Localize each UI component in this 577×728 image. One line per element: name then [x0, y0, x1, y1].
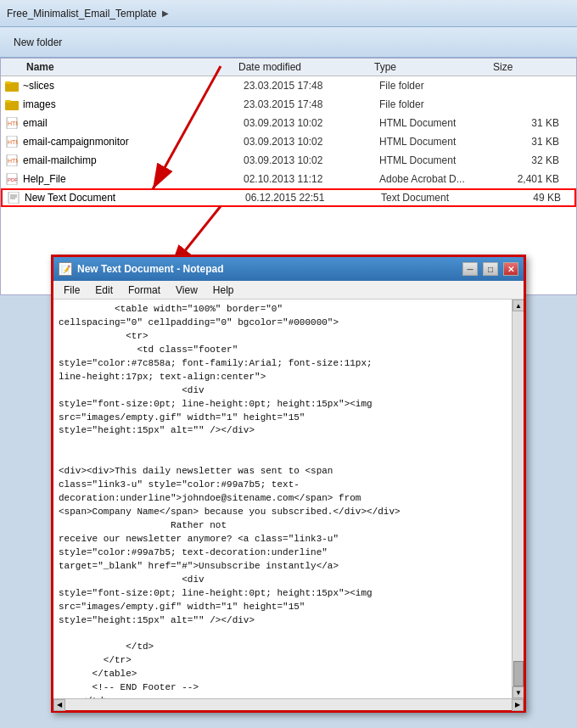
file-type: File folder — [379, 98, 498, 110]
hscroll-left[interactable]: ◀ — [53, 699, 65, 711]
notepad-titlebar: 📝 New Text Document - Notepad ─ □ ✕ — [53, 257, 524, 281]
table-row[interactable]: ~slices23.03.2015 17:48File folder — [1, 76, 576, 95]
table-row[interactable]: HTMLemail-mailchimp03.09.2013 10:02HTML … — [1, 151, 576, 170]
file-type: HTML Document — [379, 154, 498, 166]
svg-text:HTML: HTML — [8, 120, 18, 126]
menu-view[interactable]: View — [169, 283, 204, 298]
col-header-type[interactable]: Type — [374, 61, 493, 73]
svg-text:HTML: HTML — [8, 158, 18, 164]
hscroll-track — [65, 699, 512, 710]
file-name: email — [23, 117, 244, 129]
file-icon: HTML — [4, 154, 20, 167]
file-icon: HTML — [4, 135, 20, 148]
svg-rect-1 — [5, 81, 11, 84]
file-type: Text Document — [381, 192, 500, 204]
scroll-track — [513, 311, 524, 686]
file-name: ~slices — [23, 80, 244, 92]
file-name: Help_File — [23, 173, 244, 185]
table-row[interactable]: HTMLemail-campaignmonitor03.09.2013 10:0… — [1, 132, 576, 151]
column-headers: Name Date modified Type Size — [1, 59, 576, 76]
hscroll-right[interactable]: ▶ — [512, 699, 524, 711]
svg-text:HTML: HTML — [8, 139, 18, 145]
scroll-up[interactable]: ▲ — [513, 300, 524, 311]
file-name: images — [23, 98, 244, 110]
menu-file[interactable]: File — [57, 283, 87, 298]
file-size: 2,401 KB — [498, 173, 566, 185]
file-name: email-campaignmonitor — [23, 136, 244, 148]
scroll-down[interactable]: ▼ — [513, 686, 524, 698]
file-date: 02.10.2013 11:12 — [244, 173, 379, 185]
address-bar-arrow: ▶ — [162, 8, 169, 18]
file-icon: PDF — [4, 172, 20, 186]
notepad-title: New Text Document - Notepad — [77, 263, 457, 275]
menu-format[interactable]: Format — [121, 283, 167, 298]
svg-rect-12 — [8, 192, 19, 204]
table-row[interactable]: HTMLemail03.09.2013 10:02HTML Document31… — [1, 114, 576, 132]
file-size: 31 KB — [498, 117, 566, 129]
file-icon — [4, 98, 20, 111]
close-button[interactable]: ✕ — [503, 262, 518, 276]
file-icon — [6, 191, 21, 204]
file-date: 03.09.2013 10:02 — [244, 136, 379, 148]
svg-text:PDF: PDF — [8, 177, 18, 182]
notepad-title-icon: 📝 — [59, 262, 72, 276]
file-type: HTML Document — [379, 117, 498, 129]
file-size: 49 KB — [500, 192, 568, 204]
table-row[interactable]: PDFHelp_File02.10.2013 11:12Adobe Acroba… — [1, 170, 576, 188]
table-row[interactable]: images23.03.2015 17:48File folder — [1, 95, 576, 114]
col-header-size[interactable]: Size — [493, 61, 561, 73]
svg-rect-3 — [5, 100, 11, 103]
minimize-button[interactable]: ─ — [462, 262, 478, 276]
file-name: New Text Document — [25, 192, 245, 204]
maximize-button[interactable]: □ — [483, 262, 498, 276]
address-bar-path: Free_Minimalist_Email_Template — [7, 8, 157, 20]
file-type: HTML Document — [379, 136, 498, 148]
file-date: 23.03.2015 17:48 — [244, 98, 379, 110]
col-header-date[interactable]: Date modified — [238, 61, 374, 73]
file-date: 03.09.2013 10:02 — [244, 154, 379, 166]
file-icon — [4, 79, 20, 92]
file-date: 23.03.2015 17:48 — [244, 80, 379, 92]
address-bar: Free_Minimalist_Email_Template ▶ — [0, 0, 577, 27]
file-size: 31 KB — [498, 136, 566, 148]
notepad-content: ▲ ▼ — [53, 300, 524, 698]
file-type: File folder — [379, 80, 498, 92]
col-header-name[interactable]: Name — [1, 61, 238, 73]
file-list: ~slices23.03.2015 17:48File folderimages… — [1, 76, 576, 207]
notepad-window: 📝 New Text Document - Notepad ─ □ ✕ File… — [51, 255, 526, 713]
file-icon: HTML — [4, 116, 20, 130]
table-row[interactable]: New Text Document06.12.2015 22:51Text Do… — [1, 188, 576, 207]
notepad-scrollbar[interactable]: ▲ ▼ — [512, 300, 524, 698]
menu-edit[interactable]: Edit — [88, 283, 120, 298]
new-folder-button[interactable]: New folder — [7, 34, 69, 51]
file-date: 03.09.2013 10:02 — [244, 117, 379, 129]
file-type: Adobe Acrobat D... — [379, 173, 498, 185]
toolbar: New folder — [0, 27, 577, 58]
notepad-menubar: File Edit Format View Help — [53, 281, 524, 300]
notepad-textarea[interactable] — [53, 300, 512, 698]
file-name: email-mailchimp — [23, 154, 244, 166]
file-date: 06.12.2015 22:51 — [245, 192, 381, 204]
notepad-hscroll: ◀ ▶ — [53, 698, 524, 710]
menu-help[interactable]: Help — [206, 283, 241, 298]
file-size: 32 KB — [498, 154, 566, 166]
scroll-thumb[interactable] — [513, 661, 524, 686]
